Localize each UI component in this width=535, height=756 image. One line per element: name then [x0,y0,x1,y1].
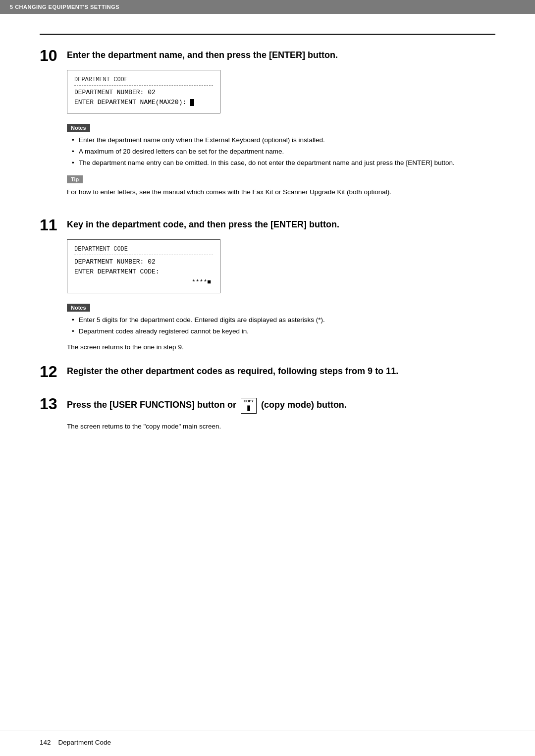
note-10-3: The department name entry can be omitted… [72,159,495,168]
step-10-tip: Tip For how to enter letters, see the ma… [67,175,495,197]
step-13-content: Press the [USER FUNCTIONS] button or COP… [67,398,495,430]
step-11-notes: Notes Enter 5 digits for the department … [67,303,495,336]
lcd11-line4: ****■ [74,277,213,288]
step-10-notes: Notes Enter the department name only whe… [67,123,495,168]
step-11-screen-returns: The screen returns to the one in step 9. [67,343,495,351]
copy-icon: ▮ [244,403,254,412]
step-10-number: 10 [40,48,67,63]
lcd11-line3: ENTER DEPARTMENT CODE: [74,267,213,277]
step-12-number: 12 [40,364,67,379]
header-text: 5 CHANGING EQUIPMENT'S SETTINGS [10,4,119,10]
step-13-number: 13 [40,396,67,412]
footer-page: 142 [40,739,51,746]
notes-list-10: Enter the department name only when the … [67,136,495,168]
copy-mode-button-icon: COPY ▮ [241,398,257,413]
step-11-title: Key in the department code, and then pre… [67,219,495,230]
step-12-title: Register the other department codes as r… [67,366,495,377]
step-10-lcd: DEPARTMENT CODE DEPARTMENT NUMBER: 02 EN… [67,70,220,113]
tip-text-10: For how to enter letters, see the manual… [67,187,495,197]
note-10-2: A maximum of 20 desired letters can be s… [72,147,495,157]
lcd-line2: DEPARTMENT NUMBER: 02 [74,85,213,98]
notes-list-11: Enter 5 digits for the department code. … [67,316,495,336]
page-header: 5 CHANGING EQUIPMENT'S SETTINGS [0,0,535,14]
top-rule [40,34,495,35]
step-12: 12 Register the other department codes a… [40,366,495,386]
note-11-1: Enter 5 digits for the department code. … [72,316,495,325]
cursor [190,99,194,106]
lcd-line3: ENTER DEPARTMENT NAME(MAX20): [74,98,213,108]
step-11-content: Key in the department code, and then pre… [67,219,495,351]
note-10-1: Enter the department name only when the … [72,136,495,145]
note-11-2: Department codes already registered cann… [72,327,495,336]
tip-label-10: Tip [67,175,83,183]
step-13-title-part2: (copy mode) button. [261,400,347,410]
lcd-line1: DEPARTMENT CODE [74,75,213,85]
step-11-lcd: DEPARTMENT CODE DEPARTMENT NUMBER: 02 EN… [67,239,220,293]
step-13-title: Press the [USER FUNCTIONS] button or COP… [67,398,495,413]
step-13-screen-returns: The screen returns to the "copy mode" ma… [67,423,495,430]
copy-label-small: COPY [244,399,254,403]
step-11: 11 Key in the department code, and then … [40,219,495,351]
step-13-title-part1: Press the [USER FUNCTIONS] button or [67,400,236,410]
step-13: 13 Press the [USER FUNCTIONS] button or … [40,398,495,430]
footer: 142 Department Code [40,739,111,746]
step-11-number: 11 [40,217,67,233]
footer-rule [0,731,535,731]
step-10-title: Enter the department name, and then pres… [67,50,495,61]
step-12-content: Register the other department codes as r… [67,366,495,386]
footer-section: Department Code [58,739,111,746]
notes-label-10: Notes [67,124,90,132]
notes-label-11: Notes [67,304,90,312]
step-10-content: Enter the department name, and then pres… [67,50,495,204]
lcd11-line2: DEPARTMENT NUMBER: 02 [74,255,213,268]
step-10: 10 Enter the department name, and then p… [40,50,495,204]
lcd11-line1: DEPARTMENT CODE [74,245,213,254]
